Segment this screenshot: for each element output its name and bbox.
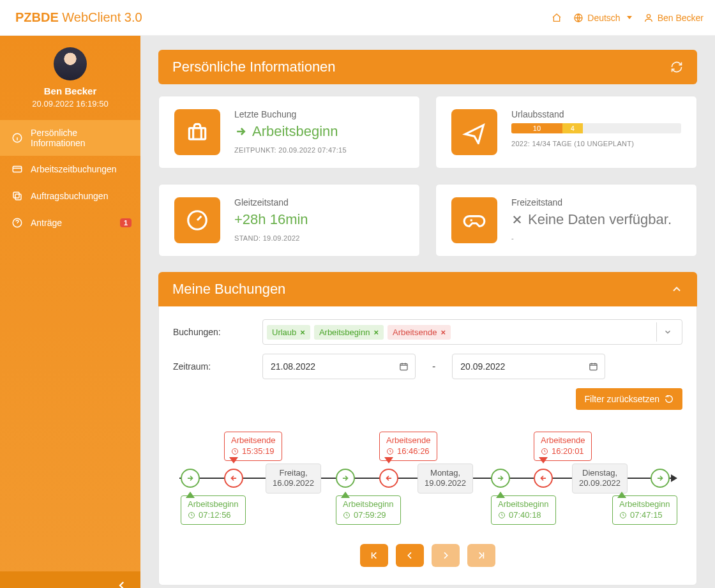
filter-tag[interactable]: Arbeitsbeginn× (314, 325, 384, 340)
timeline-node[interactable] (379, 469, 398, 488)
card-title: Freizeitstand (511, 197, 681, 207)
undo-icon (665, 395, 674, 403)
chevron-down-icon (627, 16, 632, 19)
card-vacation: Urlaubsstand 10 4 2022: 14/34 TAGE (10 U… (435, 96, 697, 169)
card-value: +28h 16min (234, 211, 404, 228)
page-last-button[interactable] (467, 544, 495, 567)
remove-tag-icon[interactable]: × (300, 328, 305, 337)
avatar (54, 47, 87, 80)
page-prev-button[interactable] (396, 544, 424, 567)
sidebar-collapse[interactable] (0, 571, 140, 588)
refresh-icon[interactable] (670, 61, 683, 73)
range-separator: - (422, 361, 446, 372)
user-icon (644, 13, 654, 23)
remove-tag-icon[interactable]: × (440, 328, 446, 337)
svg-point-1 (647, 14, 650, 17)
info-icon (11, 132, 23, 144)
user-menu[interactable]: Ben Becker (644, 13, 704, 23)
personal-info-header: Persönliche Informationen (158, 50, 697, 84)
page-first-button[interactable] (360, 544, 388, 567)
sidebar-item-label: Persönliche Informationen (31, 128, 129, 148)
home-icon (552, 13, 562, 23)
bookings-header[interactable]: Meine Buchungen (158, 272, 697, 306)
sidebar-item-label: Anträge (31, 218, 62, 228)
timeline-event-end: Arbeitsende15:35:19 (224, 432, 282, 461)
svg-rect-10 (590, 364, 597, 370)
arrow-right-icon (234, 125, 247, 138)
language-dropdown[interactable]: Deutsch (573, 13, 631, 23)
calendar-icon (399, 361, 409, 372)
progress-used: 10 (511, 123, 562, 133)
svg-rect-4 (15, 194, 21, 200)
chevron-left-icon (116, 580, 128, 588)
plane-icon (451, 109, 497, 155)
badge: 1 (120, 218, 132, 227)
timeline-node[interactable] (224, 469, 243, 488)
panel-title: Persönliche Informationen (172, 59, 336, 75)
sidebar-item-requests[interactable]: Anträge 1 (0, 209, 140, 236)
bookings-label: Buchungen: (173, 327, 256, 337)
timeline-event-start: Arbeitsbeginn07:47:15 (612, 495, 677, 525)
reset-filter-button[interactable]: Filter zurücksetzen (576, 388, 682, 410)
bookings-panel: Meine Buchungen Buchungen: Urlaub×Arbeit… (158, 272, 697, 585)
timeline-node[interactable] (491, 469, 510, 488)
timeline-pager (173, 544, 682, 567)
gauge-icon (174, 197, 220, 243)
timeline-event-start: Arbeitsbeginn07:40:18 (491, 495, 556, 525)
sidebar-nav: Persönliche Informationen Arbeitszeitbuc… (0, 120, 140, 236)
timeline-event-end: Arbeitsende16:20:01 (534, 432, 592, 461)
sidebar-item-personal-info[interactable]: Persönliche Informationen (0, 120, 140, 156)
card-last-booking: Letzte Buchung Arbeitsbeginn ZEITPUNKT: … (158, 96, 420, 169)
page-next-button[interactable] (432, 544, 460, 567)
timeline-event-start: Arbeitsbeginn07:59:29 (336, 495, 401, 525)
timeline-node[interactable] (651, 469, 670, 488)
timeline-node[interactable] (534, 469, 553, 488)
sidebar-item-label: Arbeitszeitbuchungen (31, 164, 117, 174)
card-title: Gleitzeitstand (234, 197, 404, 207)
card-value: Keine Daten verfügbar. (511, 211, 681, 228)
filter-tag[interactable]: Arbeitsende× (388, 325, 451, 340)
date-to-input[interactable] (459, 361, 589, 372)
home-link[interactable] (552, 13, 562, 23)
x-icon (511, 214, 523, 225)
timeline-event-end: Arbeitsende16:46:26 (379, 432, 437, 461)
profile-block: Ben Becker 20.09.2022 16:19:50 (0, 36, 140, 114)
card-leisure: Freizeitstand Keine Daten verfügbar. - (435, 184, 697, 257)
card-title: Urlaubsstand (511, 109, 681, 119)
filter-tag[interactable]: Urlaub× (267, 325, 310, 340)
suitcase-icon (174, 109, 220, 155)
timeline-node[interactable] (336, 469, 355, 488)
sidebar-item-order-bookings[interactable]: Auftragsbuchungen (0, 183, 140, 209)
card-sub: ZEITPUNKT: 20.09.2022 07:47:15 (234, 146, 404, 154)
sidebar-item-time-bookings[interactable]: Arbeitszeitbuchungen (0, 156, 140, 183)
card-sub: - (511, 234, 681, 242)
calendar-icon (589, 361, 598, 372)
help-icon (11, 217, 23, 229)
timeline-date-label: Montag,19.09.2022 (418, 464, 473, 494)
date-from[interactable] (262, 354, 416, 379)
card-sub: STAND: 19.09.2022 (234, 234, 404, 242)
chevron-down-icon[interactable] (656, 322, 678, 342)
timeline-event-start: Arbeitsbeginn07:12:56 (181, 495, 246, 525)
card-sub: 2022: 14/34 TAGE (10 UNGEPLANT) (511, 140, 681, 147)
timeline-node[interactable] (181, 469, 200, 488)
bookings-body: Buchungen: Urlaub×Arbeitsbeginn×Arbeitse… (158, 306, 697, 585)
timeline: Freitag,16.09.2022Montag,19.09.2022Diens… (173, 428, 682, 536)
svg-rect-9 (400, 364, 407, 370)
card-flextime: Gleitzeitstand +28h 16min STAND: 19.09.2… (158, 184, 420, 257)
date-from-input[interactable] (269, 361, 399, 372)
brand: PZBDE WebClient 3.0 (0, 10, 158, 25)
progress-planned: 4 (562, 123, 583, 133)
vacation-progress: 10 4 (511, 123, 681, 133)
topbar: PZBDE WebClient 3.0 Deutsch Ben Becker (0, 0, 715, 36)
panel-title: Meine Buchungen (172, 281, 285, 298)
remove-tag-icon[interactable]: × (373, 328, 379, 337)
sidebar-item-label: Auftragsbuchungen (31, 191, 108, 201)
bookings-tag-select[interactable]: Urlaub×Arbeitsbeginn×Arbeitsende× (262, 319, 682, 345)
card-title: Letzte Buchung (234, 109, 404, 119)
range-label: Zeitraum: (173, 361, 256, 372)
svg-rect-3 (13, 167, 22, 172)
date-to[interactable] (452, 354, 605, 379)
chevron-up-icon (670, 283, 683, 296)
timeline-date-label: Dienstag,20.09.2022 (572, 464, 628, 494)
